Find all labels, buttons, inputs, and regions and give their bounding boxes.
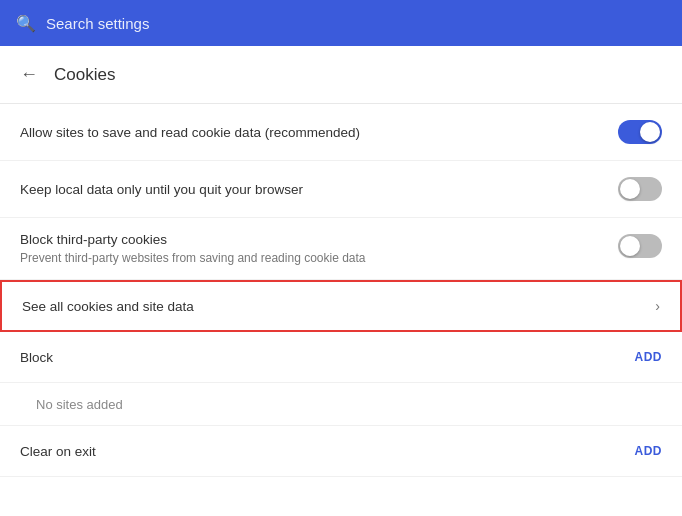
clear-on-exit-label: Clear on exit <box>20 444 96 459</box>
block-section-row: Block ADD <box>0 332 682 383</box>
block-third-party-label: Block third-party cookies <box>20 232 366 247</box>
allow-cookies-row: Allow sites to save and read cookie data… <box>0 104 682 161</box>
block-empty-row: No sites added <box>0 383 682 426</box>
clear-on-exit-row: Clear on exit ADD <box>0 426 682 477</box>
chevron-right-icon: › <box>655 298 660 314</box>
block-third-party-text: Block third-party cookies Prevent third-… <box>20 232 366 265</box>
see-all-cookies-row[interactable]: See all cookies and site data › <box>0 280 682 332</box>
toggle-thumb <box>640 122 660 142</box>
toggle-thumb <box>620 236 640 256</box>
keep-local-row: Keep local data only until you quit your… <box>0 161 682 218</box>
header: 🔍 Search settings <box>0 0 682 46</box>
block-section-label: Block <box>20 350 53 365</box>
allow-cookies-label: Allow sites to save and read cookie data… <box>20 125 360 140</box>
clear-on-exit-add-button[interactable]: ADD <box>635 440 663 462</box>
block-third-party-row: Block third-party cookies Prevent third-… <box>0 218 682 280</box>
title-row: ← Cookies <box>0 46 682 104</box>
toggle-thumb <box>620 179 640 199</box>
block-add-button[interactable]: ADD <box>635 346 663 368</box>
search-settings-label[interactable]: Search settings <box>46 15 149 32</box>
back-button[interactable]: ← <box>20 64 38 85</box>
search-icon: 🔍 <box>16 14 36 33</box>
page-title: Cookies <box>54 65 115 85</box>
block-third-party-inner: Block third-party cookies Prevent third-… <box>20 232 662 265</box>
keep-local-label: Keep local data only until you quit your… <box>20 182 303 197</box>
see-all-label: See all cookies and site data <box>22 299 194 314</box>
allow-cookies-toggle[interactable] <box>618 120 662 144</box>
block-empty-label: No sites added <box>36 397 123 412</box>
keep-local-toggle[interactable] <box>618 177 662 201</box>
settings-content: ← Cookies Allow sites to save and read c… <box>0 46 682 477</box>
block-third-party-sublabel: Prevent third-party websites from saving… <box>20 251 366 265</box>
block-third-party-toggle[interactable] <box>618 234 662 258</box>
